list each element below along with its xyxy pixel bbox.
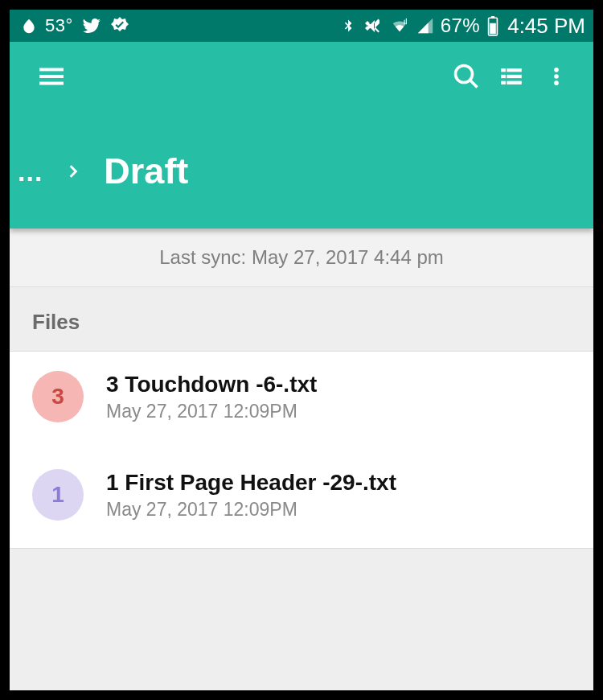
chevron-right-icon — [65, 160, 81, 183]
file-badge: 3 — [32, 371, 84, 422]
svg-line-9 — [470, 80, 478, 88]
file-badge: 1 — [32, 469, 84, 521]
svg-point-8 — [456, 66, 473, 83]
overflow-menu-button[interactable] — [534, 56, 579, 101]
vibrate-mute-icon — [362, 16, 383, 35]
view-toggle-button[interactable] — [489, 56, 534, 101]
search-button[interactable] — [444, 56, 489, 101]
temperature: 53° — [45, 15, 73, 36]
file-date: May 27, 2017 12:09PM — [106, 401, 317, 422]
leaf-icon — [21, 18, 37, 34]
twitter-icon — [81, 15, 102, 36]
svg-rect-1 — [405, 19, 406, 24]
battery-percent: 67% — [441, 14, 481, 37]
svg-point-16 — [554, 68, 559, 72]
hamburger-icon — [37, 62, 66, 94]
menu-button[interactable] — [29, 56, 74, 101]
file-row[interactable]: 1 1 First Page Header -29-.txt May 27, 2… — [10, 450, 593, 548]
cell-signal-icon — [416, 17, 434, 35]
svg-rect-0 — [404, 20, 404, 25]
files-section-header: Files — [10, 287, 593, 352]
file-list: 3 3 Touchdown -6-.txt May 27, 2017 12:09… — [10, 352, 593, 549]
file-row[interactable]: 3 3 Touchdown -6-.txt May 27, 2017 12:09… — [10, 352, 593, 450]
battery-icon — [486, 15, 499, 36]
clock: 4:45 PM — [507, 14, 585, 39]
status-right: 67% 4:45 PM — [341, 14, 585, 39]
sync-banner: Last sync: May 27, 2017 4:44 pm — [10, 229, 593, 287]
svg-rect-10 — [501, 68, 506, 72]
app-bar-actions — [10, 42, 593, 114]
file-meta: 1 First Page Header -29-.txt May 27, 201… — [106, 470, 396, 521]
bluetooth-icon — [341, 16, 355, 35]
svg-rect-5 — [39, 68, 64, 72]
more-vert-icon — [545, 62, 568, 94]
screen: 53° — [10, 10, 593, 690]
search-icon — [452, 62, 481, 94]
device-frame: 53° — [0, 0, 603, 700]
file-name: 1 First Page Header -29-.txt — [106, 470, 396, 496]
wifi-icon — [389, 17, 410, 35]
app-bar: ... Draft — [10, 42, 593, 229]
status-left: 53° — [21, 15, 129, 36]
file-name: 3 Touchdown -6-.txt — [106, 372, 317, 397]
svg-rect-4 — [490, 23, 496, 35]
breadcrumb-prev[interactable]: ... — [18, 156, 43, 187]
sync-text: Last sync: May 27, 2017 4:44 pm — [159, 246, 444, 268]
svg-rect-14 — [501, 81, 506, 84]
svg-rect-7 — [39, 82, 64, 85]
breadcrumb: ... Draft — [10, 114, 593, 229]
svg-point-18 — [554, 80, 559, 85]
status-bar: 53° — [10, 10, 593, 42]
svg-rect-3 — [491, 16, 494, 19]
svg-rect-13 — [507, 75, 521, 78]
svg-rect-12 — [501, 75, 506, 78]
check-badge-icon — [110, 16, 129, 35]
svg-rect-15 — [507, 81, 521, 84]
file-date: May 27, 2017 12:09PM — [106, 499, 396, 521]
svg-rect-6 — [39, 75, 64, 78]
svg-point-17 — [554, 74, 559, 79]
svg-rect-11 — [507, 68, 521, 72]
list-view-icon — [498, 63, 525, 93]
file-meta: 3 Touchdown -6-.txt May 27, 2017 12:09PM — [106, 372, 317, 422]
breadcrumb-current: Draft — [104, 150, 188, 192]
